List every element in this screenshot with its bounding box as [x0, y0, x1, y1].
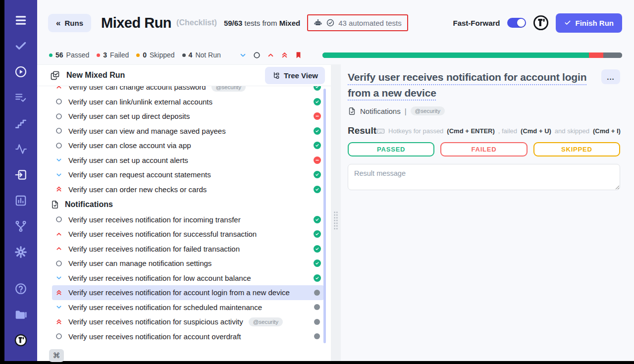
test-row[interactable]: Verify user can set up direct deposits: [52, 109, 324, 124]
status-passed-icon: [314, 274, 321, 282]
test-row[interactable]: Verify user can close account via app: [52, 138, 324, 153]
priority-circle-icon: [55, 98, 63, 105]
test-row[interactable]: Verify user can request account statemen…: [52, 167, 324, 182]
badge-check-icon: [315, 275, 320, 281]
tree-view-button[interactable]: Tree View: [265, 67, 325, 84]
sidebar-item-menu[interactable]: [14, 14, 27, 27]
steps-icon: [14, 117, 27, 130]
list-check-icon: [14, 91, 27, 104]
priority-circle-icon: [55, 332, 63, 340]
test-title: Verify user can order new checks or card…: [68, 185, 207, 194]
test-row[interactable]: Verify user can order new checks or card…: [52, 182, 324, 197]
sidebar-item-steps[interactable]: [14, 117, 27, 130]
summary-bar: 56 Passed3 Failed0 Skipped4 Not Run: [37, 46, 634, 64]
robot-icon: [314, 18, 322, 27]
test-meta: Notifications | @security: [348, 106, 620, 115]
command-shortcut-button[interactable]: ⌘: [49, 349, 64, 362]
test-row[interactable]: Verify user receives notification for fa…: [52, 242, 324, 257]
priority-chevron-down-icon: [55, 274, 63, 282]
badge-check-icon: [315, 246, 320, 252]
test-rows: Verify user can change account password@…: [37, 86, 331, 350]
stat-failed: 3 Failed: [97, 51, 129, 59]
progress-segment-passed: [322, 52, 589, 58]
test-row[interactable]: Verify user receives notification for ac…: [52, 329, 324, 344]
status-passed-icon: [314, 216, 321, 223]
minus-icon: [315, 157, 320, 163]
security-tag: @security: [411, 106, 445, 115]
status-dot-icon: [136, 53, 140, 57]
sidebar-item-login[interactable]: [14, 168, 27, 181]
app-logo-icon: [533, 15, 549, 31]
test-row[interactable]: Verify user receives notification for lo…: [52, 271, 324, 286]
test-title: Verify user can change account password: [68, 86, 206, 91]
test-title: Verify user receives notification for sc…: [68, 303, 262, 312]
security-tag: @security: [249, 317, 283, 326]
filter-chevrons-up-button[interactable]: [280, 51, 289, 59]
filter-chevron-down-button[interactable]: [239, 51, 247, 59]
finish-run-label: Finish Run: [576, 19, 614, 27]
test-detail-title: Verify user receives notification for ac…: [348, 69, 593, 101]
sidebar-item-check[interactable]: [14, 40, 27, 52]
test-title: Verify user receives notification for ac…: [68, 288, 290, 297]
status-passed-icon: [314, 186, 321, 193]
priority-circle-icon: [55, 112, 63, 120]
status-dot-icon: [182, 53, 186, 57]
test-title: Verify user can manage notification sett…: [68, 259, 211, 267]
status-passed-icon: [314, 86, 321, 91]
result-message-input[interactable]: [348, 164, 620, 190]
result-failed-button[interactable]: FAILED: [440, 142, 527, 156]
list-scrollbar[interactable]: [323, 89, 326, 343]
sidebar-item-help[interactable]: [14, 282, 27, 295]
test-row[interactable]: Verify user can view and manage saved pa…: [52, 124, 324, 139]
test-title: Verify user can link/unlink external acc…: [68, 98, 212, 106]
sidebar-item-folder[interactable]: [14, 308, 27, 321]
page-title: Mixed Run: [101, 15, 171, 31]
content-split: New Mixed Run Tree View Verify user can …: [37, 64, 634, 361]
suite-section-row[interactable]: Notifications: [37, 197, 331, 212]
chevrons-left-icon: «: [56, 19, 60, 27]
badge-check-icon: [315, 172, 320, 177]
test-row[interactable]: Verify user can set up account alerts: [52, 153, 324, 168]
activity-icon: [14, 143, 27, 156]
minus-icon: [315, 113, 320, 119]
test-row[interactable]: Verify user receives notification for in…: [52, 212, 324, 227]
badge-check-icon: [315, 187, 320, 192]
test-row[interactable]: Verify user receives notification for su…: [52, 314, 324, 329]
back-to-runs-button[interactable]: « Runs: [48, 14, 91, 32]
gear-icon: [14, 246, 27, 259]
test-title: Verify user receives notification for su…: [68, 317, 243, 326]
login-icon: [14, 168, 27, 181]
test-row[interactable]: Verify user can manage notification sett…: [52, 256, 324, 271]
panel-resize-handle[interactable]: [331, 64, 341, 361]
sidebar-item-list-check[interactable]: [14, 91, 27, 104]
badge-check-icon: [315, 99, 320, 104]
test-row[interactable]: Verify user receives notification for sc…: [52, 300, 324, 315]
folder-icon: [14, 308, 27, 321]
back-to-runs-label: Runs: [64, 19, 83, 27]
status-passed-icon: [314, 171, 321, 178]
result-skipped-button[interactable]: SKIPPED: [533, 142, 620, 156]
test-title: Verify user receives notification for fa…: [68, 245, 240, 253]
badge-check-icon: [315, 260, 320, 266]
test-row[interactable]: Verify user receives notification for su…: [52, 227, 324, 242]
test-row[interactable]: Verify user can link/unlink external acc…: [52, 95, 324, 109]
filter-circle-button[interactable]: [253, 51, 261, 59]
result-passed-button[interactable]: PASSED: [348, 142, 434, 156]
sidebar-item-bar-chart[interactable]: [14, 194, 27, 207]
sidebar-item-branch[interactable]: [14, 220, 27, 233]
sidebar-item-gear[interactable]: [14, 246, 27, 259]
sidebar-item-play-circle[interactable]: [14, 65, 27, 78]
automated-tests-label: 43 automated tests: [338, 19, 402, 27]
filter-bookmark-button[interactable]: [294, 51, 303, 59]
play-circle-icon: [14, 65, 27, 78]
filter-toolbar: [239, 51, 303, 59]
sidebar-item-activity[interactable]: [14, 143, 27, 156]
sidebar-item-logo[interactable]: [14, 334, 27, 347]
test-title: Verify user can view and manage saved pa…: [68, 127, 226, 135]
filter-chevron-up-button[interactable]: [266, 51, 275, 59]
test-row[interactable]: Verify user can change account password@…: [52, 86, 324, 95]
finish-run-button[interactable]: Finish Run: [556, 13, 623, 33]
fast-forward-toggle[interactable]: [507, 18, 526, 28]
more-actions-button[interactable]: ...: [601, 69, 620, 84]
test-row[interactable]: Verify user receives notification for ac…: [52, 285, 324, 300]
